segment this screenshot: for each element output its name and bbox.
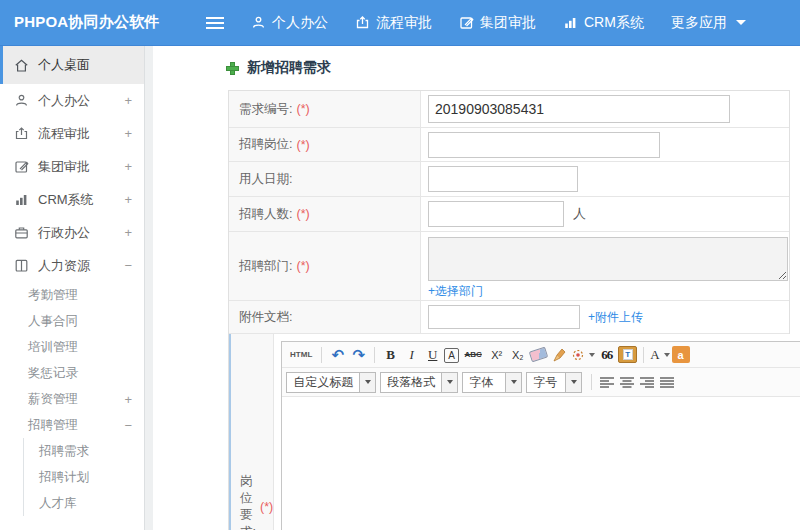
headcount-input[interactable]	[428, 201, 564, 227]
sidebar-item-recruit-plan[interactable]: 招聘计划	[24, 464, 144, 490]
italic-button[interactable]: I	[402, 345, 421, 365]
align-center-icon[interactable]	[619, 376, 635, 389]
paste-as-text-button[interactable]: T	[618, 346, 637, 363]
expand-toggle[interactable]: +	[124, 392, 132, 407]
toolbar-separator	[643, 347, 644, 363]
editor-content-area[interactable]	[282, 397, 800, 530]
sidebar-item-personal-desktop[interactable]: 个人桌面	[0, 46, 144, 84]
flow-approval-icon	[14, 126, 29, 141]
nav-flow-approval[interactable]: 流程审批	[355, 14, 432, 32]
field-label: 招聘岗位:	[239, 136, 292, 153]
format-brush-button[interactable]	[571, 345, 595, 365]
font-color-button[interactable]: A	[650, 345, 669, 365]
sidebar-item-admin-office[interactable]: 行政办公 +	[0, 216, 144, 249]
sidebar-item-label: CRM系统	[38, 191, 124, 209]
quick-format-broom-icon	[552, 347, 568, 363]
sidebar: 个人桌面 个人办公 + 流程审批 + 集团审批 + CRM系统 +	[0, 46, 145, 530]
sidebar-item-group-approval[interactable]: 集团审批 +	[0, 150, 144, 183]
recruit-position-input[interactable]	[428, 132, 660, 158]
html-source-button[interactable]: HTML	[287, 345, 315, 365]
sidebar-item-label: 人力资源	[38, 257, 124, 275]
sidebar-item-recruit-management[interactable]: 招聘管理 −	[0, 412, 144, 438]
app-brand: PHPOA协同办公软件	[0, 13, 192, 32]
form-row-demand-number: 需求编号: (*)	[229, 91, 789, 128]
sidebar-item-human-resources[interactable]: 人力资源 −	[0, 249, 144, 282]
caret-down-icon	[664, 353, 670, 357]
group-approval-icon	[459, 15, 474, 30]
quick-format-button[interactable]	[550, 345, 569, 365]
nav-more-apps[interactable]: 更多应用	[671, 14, 746, 32]
toolbar-separator	[321, 347, 322, 363]
strikethrough-button[interactable]: ABC	[461, 345, 485, 365]
unit-suffix: 人	[573, 205, 586, 223]
sidebar-item-label: 个人办公	[38, 92, 124, 110]
superscript-button[interactable]: X²	[487, 345, 506, 365]
nav-crm-system[interactable]: CRM系统	[563, 14, 644, 32]
flow-approval-icon	[355, 15, 370, 30]
briefcase-icon	[14, 225, 29, 240]
attachment-input[interactable]	[428, 305, 580, 329]
remove-format-button[interactable]	[529, 345, 548, 365]
sidebar-item-personal-office[interactable]: 个人办公 +	[0, 84, 144, 117]
sidebar-item-label: 行政办公	[38, 224, 124, 242]
sidebar-item-hr-contract[interactable]: 人事合同	[0, 308, 144, 334]
nav-personal-office[interactable]: 个人办公	[251, 14, 328, 32]
toolbar-separator	[374, 347, 375, 363]
sidebar-item-rewards[interactable]: 奖惩记录	[0, 360, 144, 386]
expand-toggle[interactable]: +	[124, 192, 132, 207]
sidebar-item-crm-system[interactable]: CRM系统 +	[0, 183, 144, 216]
expand-toggle[interactable]: +	[124, 126, 132, 141]
toolbar-separator	[591, 374, 592, 390]
user-icon	[14, 93, 29, 108]
sidebar-item-flow-approval[interactable]: 流程审批 +	[0, 117, 144, 150]
collapse-toggle[interactable]: −	[124, 258, 132, 273]
collapse-toggle[interactable]: −	[124, 418, 132, 433]
underline-button[interactable]: U	[423, 345, 442, 365]
sidebar-item-talent-pool[interactable]: 人才库	[24, 490, 144, 516]
paste-icon: T	[623, 349, 633, 360]
custom-heading-select[interactable]: 自定义标题	[286, 372, 376, 393]
align-left-icon[interactable]	[599, 376, 615, 389]
required-mark: (*)	[260, 500, 273, 514]
nav-label: CRM系统	[584, 14, 644, 32]
blockquote-button[interactable]: 66	[597, 345, 616, 365]
expand-toggle[interactable]: +	[124, 225, 132, 240]
font-family-select[interactable]: 字体	[462, 372, 522, 393]
subscript-button[interactable]: X₂	[508, 345, 527, 365]
nav-label: 更多应用	[671, 14, 727, 32]
required-mark: (*)	[296, 102, 309, 116]
caret-down-icon	[566, 372, 582, 393]
sidebar-item-training[interactable]: 培训管理	[0, 334, 144, 360]
background-color-button[interactable]: a	[672, 346, 690, 363]
field-label: 招聘部门:	[239, 258, 292, 275]
sidebar-item-attendance[interactable]: 考勤管理	[0, 282, 144, 308]
sidebar-item-recruit-demand[interactable]: 招聘需求	[24, 438, 144, 464]
attachment-upload-link[interactable]: +附件上传	[588, 309, 643, 326]
bold-button[interactable]: B	[381, 345, 400, 365]
expand-toggle[interactable]: +	[124, 93, 132, 108]
caret-down-icon	[589, 353, 595, 357]
font-size-select[interactable]: 字号	[526, 372, 582, 393]
recruit-department-textarea[interactable]	[428, 237, 788, 281]
editor-toolbar-row1: HTML ↶ ↷ B I U A ABC X² X₂	[282, 342, 800, 368]
expand-toggle[interactable]: +	[124, 159, 132, 174]
paragraph-format-select[interactable]: 段落格式	[380, 372, 458, 393]
field-label: 招聘人数:	[239, 206, 292, 223]
recruit-submenu: 招聘需求 招聘计划 人才库	[23, 438, 144, 516]
align-justify-icon[interactable]	[659, 376, 675, 389]
nav-group-approval[interactable]: 集团审批	[459, 14, 536, 32]
char-border-button[interactable]: A	[444, 348, 459, 363]
hamburger-menu-icon[interactable]	[206, 17, 224, 29]
redo-button[interactable]: ↷	[349, 345, 368, 365]
demand-number-input[interactable]	[428, 95, 730, 123]
remove-format-eraser-icon	[529, 347, 549, 363]
align-right-icon[interactable]	[639, 376, 655, 389]
top-nav: 个人办公 流程审批 集团审批 CRM系统 更多应用	[224, 14, 746, 32]
undo-button[interactable]: ↶	[328, 345, 347, 365]
group-approval-icon	[14, 159, 29, 174]
hire-date-input[interactable]	[428, 166, 578, 192]
caret-down-icon	[736, 20, 746, 25]
nav-label: 集团审批	[480, 14, 536, 32]
choose-department-link[interactable]: +选择部门	[428, 283, 483, 300]
sidebar-item-salary[interactable]: 薪资管理 +	[0, 386, 144, 412]
